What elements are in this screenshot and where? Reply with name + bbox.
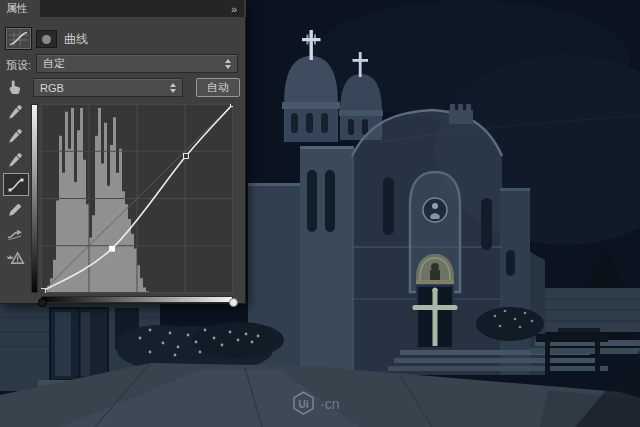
auto-button[interactable]: 自动 (196, 78, 240, 97)
ui-hexagon-logo-icon: Ui (290, 390, 317, 417)
updown-arrows-icon (170, 83, 176, 93)
targeted-adjustment-tool[interactable] (2, 77, 28, 97)
curves-adjustment-icon[interactable] (5, 27, 32, 50)
screenshot-stage: Ui ·cn 属性 » 曲线 预设: 自定 (0, 0, 640, 427)
tab-divider (244, 0, 246, 17)
watermark: Ui ·cn (290, 390, 339, 417)
curve-point-1[interactable] (110, 246, 115, 251)
output-gradient-bar (31, 104, 38, 293)
properties-panel: 属性 » 曲线 预设: 自定 RG (0, 0, 246, 304)
curve-point-2[interactable] (184, 154, 189, 159)
black-point-slider[interactable] (38, 298, 47, 307)
tool-column (2, 77, 30, 271)
panel-collapse-icon[interactable]: » (231, 2, 244, 17)
pencil-tool[interactable] (2, 199, 28, 219)
adjustment-title: 曲线 (64, 31, 88, 48)
tab-properties[interactable]: 属性 (0, 0, 40, 17)
white-point-slider[interactable] (229, 298, 238, 307)
gray-point-eyedropper[interactable] (2, 125, 28, 145)
preset-select[interactable]: 自定 (36, 54, 238, 73)
edit-points-tool[interactable] (3, 173, 29, 196)
preset-value: 自定 (43, 56, 65, 71)
watermark-logo-text: Ui (299, 399, 309, 410)
curve-point-0[interactable] (41, 289, 45, 293)
updown-arrows-icon (225, 59, 231, 69)
smooth-curve-tool[interactable] (2, 223, 28, 243)
histogram-warning[interactable] (2, 247, 28, 267)
preset-label: 预设: (6, 58, 31, 73)
black-point-eyedropper[interactable] (2, 101, 28, 121)
layer-mask-icon[interactable] (36, 30, 57, 48)
channel-value: RGB (40, 82, 64, 94)
channel-select[interactable]: RGB (33, 78, 183, 97)
watermark-suffix: ·cn (320, 396, 339, 412)
input-gradient-bar (41, 296, 233, 303)
curves-plot[interactable] (41, 104, 233, 293)
curves-panel-body: 曲线 预设: 自定 RGB 自动 (0, 17, 246, 304)
curve-point-3[interactable] (231, 104, 234, 107)
white-point-eyedropper[interactable] (2, 149, 28, 169)
panel-tab-bar: 属性 » (0, 0, 246, 17)
